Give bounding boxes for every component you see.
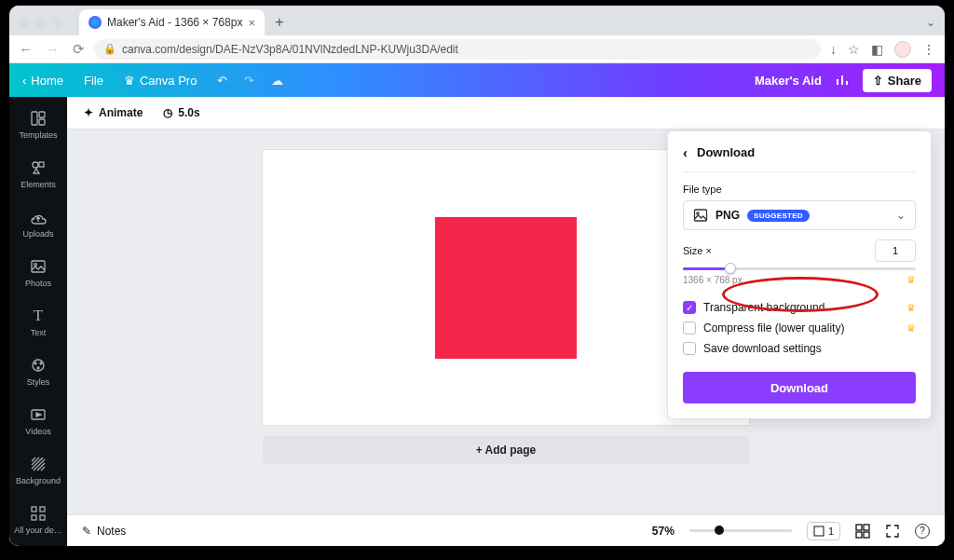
download-title: Download: [697, 145, 755, 159]
fullscreen-icon[interactable]: [885, 524, 900, 539]
svg-point-10: [37, 367, 39, 369]
url-text: canva.com/design/DAE-NzV3p8A/01NVlNzdedL…: [122, 43, 458, 56]
browser-tab[interactable]: Maker's Aid - 1366 × 768px ×: [79, 9, 265, 35]
tabbar-dropdown-icon[interactable]: ⌄: [926, 16, 935, 29]
sidebar-label: Background: [16, 476, 61, 485]
elements-icon: [29, 158, 48, 177]
chevron-down-icon: ⌄: [896, 209, 906, 222]
sidebar-item-templates[interactable]: Templates: [9, 102, 67, 146]
crown-icon: ♛: [906, 322, 916, 335]
image-icon: [693, 208, 708, 223]
svg-rect-20: [864, 532, 869, 538]
transparent-background-checkbox[interactable]: ✓ Transparent background ♛: [683, 301, 916, 314]
zoom-slider[interactable]: [689, 529, 792, 532]
styles-icon: [29, 356, 48, 375]
add-page-button[interactable]: + Add page: [263, 436, 749, 464]
download-button[interactable]: Download: [683, 372, 916, 403]
sidebar-label: Uploads: [22, 229, 53, 239]
apps-icon: [29, 504, 48, 523]
sidebar-item-styles[interactable]: Styles: [9, 349, 67, 393]
lock-icon: 🔒: [103, 43, 116, 55]
crown-icon: ♛: [906, 274, 916, 286]
svg-rect-17: [856, 525, 862, 530]
svg-rect-2: [39, 119, 45, 125]
forward-icon[interactable]: →: [46, 41, 60, 58]
svg-rect-1: [39, 112, 45, 117]
help-icon[interactable]: ?: [915, 524, 930, 539]
crown-icon: ♛: [906, 302, 916, 314]
download-panel: ‹ Download File type PNG SUGGESTED ⌄ Siz…: [667, 130, 932, 419]
back-chevron-icon[interactable]: ‹: [683, 144, 688, 160]
crown-icon: ♛: [124, 74, 135, 88]
zoom-value[interactable]: 57%: [652, 525, 675, 538]
size-label: Size ×: [683, 245, 712, 256]
svg-rect-14: [32, 515, 36, 520]
undo-icon[interactable]: ↶: [217, 74, 227, 88]
notes-label: Notes: [97, 525, 126, 538]
svg-rect-18: [864, 525, 869, 530]
extension-icon[interactable]: ◧: [871, 42, 883, 57]
sidebar-item-elements[interactable]: Elements: [9, 152, 67, 196]
photos-icon: [29, 257, 48, 276]
sidebar-item-uploads[interactable]: Uploads: [9, 201, 67, 245]
size-input[interactable]: [875, 239, 916, 262]
home-label: Home: [31, 74, 63, 88]
size-knob[interactable]: [725, 263, 736, 274]
sidebar-label: All your de…: [14, 526, 62, 535]
new-tab-button[interactable]: +: [270, 13, 289, 32]
canva-favicon-icon: [89, 16, 102, 29]
grid-view-icon[interactable]: [855, 524, 870, 539]
back-icon[interactable]: ←: [19, 41, 33, 58]
sidebar-item-text[interactable]: TText: [9, 300, 67, 344]
download-indicator-icon[interactable]: ↓: [830, 42, 837, 57]
svg-rect-19: [856, 532, 862, 538]
reload-icon[interactable]: ⟳: [73, 41, 85, 58]
page-indicator[interactable]: 1: [807, 522, 840, 540]
sidebar-item-all-designs[interactable]: All your de…: [9, 498, 67, 541]
document-name[interactable]: Maker's Aid: [755, 74, 822, 88]
text-icon: T: [29, 307, 48, 325]
save-settings-checkbox[interactable]: Save download settings: [683, 342, 916, 355]
background-icon: [29, 455, 48, 473]
svg-point-6: [34, 264, 37, 266]
checkbox-checked-icon: ✓: [683, 301, 696, 314]
file-label: File: [84, 74, 103, 88]
sidebar-item-background[interactable]: Background: [9, 448, 67, 492]
file-menu[interactable]: File: [84, 74, 103, 88]
duration-button[interactable]: ◷5.0s: [163, 106, 199, 119]
browser-menu-icon[interactable]: ⋮: [922, 42, 935, 57]
canva-pro-button[interactable]: ♛Canva Pro: [124, 74, 197, 88]
profile-avatar[interactable]: [894, 41, 911, 58]
animate-icon: ✦: [84, 106, 93, 119]
animate-button[interactable]: ✦Animate: [84, 106, 143, 119]
duration-label: 5.0s: [178, 106, 199, 119]
home-button[interactable]: ‹Home: [22, 74, 63, 88]
contextual-toolbar: ✦Animate ◷5.0s: [67, 97, 945, 130]
share-button[interactable]: ⇧ Share: [863, 69, 932, 92]
traffic-zoom[interactable]: [52, 18, 62, 28]
traffic-close[interactable]: [19, 18, 29, 28]
sidebar-label: Templates: [19, 130, 57, 140]
redo-icon[interactable]: ↷: [244, 74, 254, 88]
analytics-icon[interactable]: [835, 73, 850, 88]
bookmark-icon[interactable]: ☆: [848, 42, 860, 57]
filetype-select[interactable]: PNG SUGGESTED ⌄: [683, 200, 916, 230]
canva-pro-label: Canva Pro: [140, 74, 197, 88]
svg-rect-16: [814, 526, 824, 536]
url-bar[interactable]: 🔒 canva.com/design/DAE-NzV3p8A/01NVlNzde…: [94, 39, 821, 60]
svg-rect-4: [39, 162, 44, 167]
filetype-label: File type: [683, 184, 916, 195]
zoom-knob[interactable]: [715, 526, 724, 535]
svg-rect-15: [40, 515, 45, 520]
traffic-minimize[interactable]: [35, 18, 46, 28]
transparent-label: Transparent background: [703, 301, 825, 314]
sidebar-item-photos[interactable]: Photos: [9, 251, 67, 294]
size-slider[interactable]: [683, 267, 916, 270]
red-square-shape[interactable]: [435, 217, 577, 359]
tab-close-icon[interactable]: ×: [248, 16, 255, 30]
canva-top-toolbar: ‹Home File ♛Canva Pro ↶ ↷ ☁ Maker's Aid …: [9, 63, 945, 97]
cloud-sync-icon[interactable]: ☁: [271, 74, 283, 88]
compress-checkbox[interactable]: Compress file (lower quality) ♛: [683, 321, 916, 335]
notes-button[interactable]: ✎Notes: [82, 525, 126, 538]
sidebar-item-videos[interactable]: Videos: [9, 399, 67, 443]
